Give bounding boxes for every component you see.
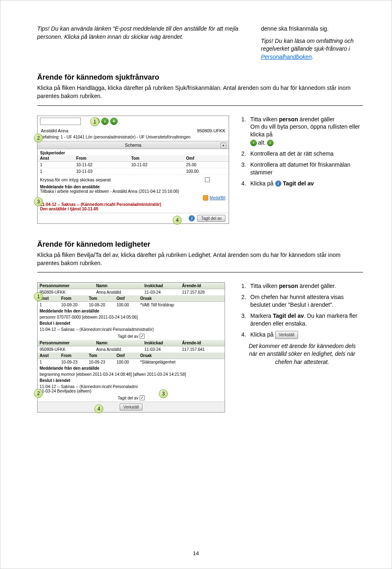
schema-plus-icon[interactable]: + <box>220 143 226 148</box>
tagit-row-2: Tagit del av <box>38 394 225 402</box>
section2-heading: Ärende för kännedom ledigheter <box>37 240 363 249</box>
intro-right-2-suffix: . <box>312 54 314 60</box>
tagit-checkbox-1[interactable] <box>140 334 145 339</box>
th: Inskickad <box>143 340 180 346</box>
beslut-text: 11-04-12 -- Saknas -- (Kännedom:ricahl P… <box>38 326 225 332</box>
section1-steps: Titta vilken person ärendet gäller Om du… <box>241 116 363 224</box>
info-icon: i <box>275 181 281 187</box>
person-select-input[interactable] <box>40 118 81 125</box>
medd-label: Meddelande från den anställde <box>38 308 225 314</box>
table-row[interactable]: 950809-UFKK Anna Anställd 11-03-24 117.1… <box>38 346 225 353</box>
table-row[interactable]: 1 10-11-02 10-11-02 25.00 <box>38 161 229 168</box>
cell: 100.00 <box>116 303 139 307</box>
verkstall-button-inline[interactable]: Verkställ <box>275 331 298 339</box>
step-bold: Tagit del av <box>283 180 314 187</box>
schema-bar: Schema + <box>38 141 229 149</box>
medd-text: personnr 070707-0000 [ebbwen 2011-03-24 … <box>38 314 225 320</box>
step2-2: Om chefen har hunnit attestera visas bes… <box>241 293 363 309</box>
nav-row: ‹ › + <box>38 116 229 127</box>
step-text: Titta vilken <box>250 116 279 123</box>
employee-name: Anställd Anna <box>41 128 68 133</box>
section1-block: 1 2 3 4 ‹ › + Anställd Anna 950809-UFKK … <box>37 116 363 224</box>
marker-4: 4 <box>173 216 182 225</box>
marker-3: 3 <box>34 197 43 206</box>
sjukperioder-label: Sjukperioder <box>38 149 229 155</box>
cell: 10-09-20 <box>89 303 116 307</box>
page-number: 14 <box>0 550 392 556</box>
table-row[interactable]: 950809-UFKK Anna Anställd 11-03-24 117.1… <box>38 289 225 296</box>
tagit-checkbox-2[interactable] <box>140 395 145 400</box>
step-text: Klicka på <box>250 180 275 187</box>
step-text: alt. <box>258 139 266 147</box>
cell: 100.00 <box>116 360 139 364</box>
cell: 1 <box>40 360 60 364</box>
table-row[interactable]: 1 10-09-23 10-09-23 100.00 *Släktangeläg… <box>38 359 225 366</box>
step-4: Klicka på i Tagit del av <box>241 180 363 187</box>
intro-right-2-prefix: Tips! Du kan läsa om omfattning och rege… <box>261 38 354 52</box>
cell: 117.157.641 <box>180 346 225 353</box>
table-row[interactable]: 1 10-11-03 100.00 <box>38 168 229 174</box>
cell: *VAB Tillf föräldrap <box>140 303 174 307</box>
th: Omf <box>116 353 139 358</box>
medd-text: begravning mormor [ebbwen 2011-03-24 14:… <box>38 371 225 377</box>
intyg-checkbox[interactable] <box>205 177 210 182</box>
section2-note: Det kommer ett ärende för kännedom dels … <box>241 342 363 366</box>
tagit-del-av-button[interactable]: Tagit del av <box>197 215 225 222</box>
th-anst: Anst <box>38 155 74 162</box>
step-text: Klicka på <box>250 331 275 338</box>
section1-body: Klicka på fliken Handlägga, klicka däref… <box>37 84 363 100</box>
step-text: Om du vill byta person, öppna rullisten … <box>250 123 360 138</box>
cell: 10-11-02 <box>129 161 184 168</box>
step-bold: person <box>279 283 298 289</box>
intro-right: denne ska friskanmäla sig. Tips! Du kan … <box>261 25 363 61</box>
leave-panel: Personnummer Namn Inskickad Ärende-Id 95… <box>37 282 225 413</box>
section2-block: 1 2 3 4 Personnummer Namn Inskickad Ären… <box>37 282 363 413</box>
th: Ärende-Id <box>180 283 225 289</box>
schema-label: Schema <box>125 143 141 147</box>
step-text: ärendet gäller <box>298 116 335 123</box>
kryss-row: Kryssa för om intyg skickas separat <box>38 175 229 185</box>
red-line-1: 11-04-12 -- Saknas -- (Kännedom:ricahl P… <box>38 202 229 207</box>
cell: Anna Anställd <box>94 289 142 296</box>
cell: Anna Anställd <box>94 346 142 353</box>
meddbil-link[interactable]: Medd/Bil <box>209 196 225 200</box>
section1-panel-wrap: 1 2 3 4 ‹ › + Anställd Anna 950809-UFKK … <box>37 116 229 224</box>
cell: 10-11-03 <box>74 168 129 174</box>
add-icon[interactable]: + <box>110 118 118 125</box>
step-bold: Tagit del av <box>273 312 304 319</box>
cell: 950809-UFKK <box>38 346 94 353</box>
th: Personnummer <box>38 283 94 289</box>
th: Orsak <box>140 296 151 301</box>
tagit-label: Tagit del av <box>118 334 138 339</box>
page: Tips! Du kan använda länken "E-post medd… <box>0 0 392 569</box>
cell: 1 <box>38 161 74 168</box>
th: Namn <box>94 340 142 346</box>
cell: 11-03-24 <box>143 289 180 296</box>
th: From <box>61 353 88 358</box>
cell: 1 <box>40 303 60 307</box>
info-icon[interactable]: i <box>189 215 195 221</box>
step-2: Kontrollera att det är rätt schema <box>241 150 363 158</box>
tagit-row-1: Tagit del av <box>38 332 225 340</box>
cell <box>129 168 184 174</box>
marker-2: 2 <box>34 134 43 143</box>
next-person-icon[interactable]: › <box>101 118 109 125</box>
intro-left-text: Tips! Du kan använda länken "E-post medd… <box>37 25 245 41</box>
section1-heading: Ärende för kännedom sjukfrånvaro <box>37 73 363 82</box>
section2-body: Klicka på fliken Bevilja/Ta del av, klic… <box>37 251 363 267</box>
cell: *Släktangelägenhet <box>140 360 176 364</box>
attachment-icon[interactable] <box>203 195 208 201</box>
verkstall-button-panel[interactable]: Verkställ <box>120 404 143 411</box>
step-text: Markera <box>250 312 273 319</box>
prev-icon: ‹ <box>250 140 257 146</box>
cell: 10-11-02 <box>74 161 129 168</box>
beslut-text-2: 11-04-12 -- Saknas -- (Kännedom:ricahl P… <box>38 384 225 394</box>
th: Anst <box>40 353 60 358</box>
table-row[interactable]: 1 10-09-20 10-09-20 100.00 *VAB Tillf fö… <box>38 302 225 308</box>
sick-table: Anst From Tom Omf 1 10-11-02 10-11-02 25… <box>38 155 229 175</box>
th: Ärende-Id <box>180 340 225 346</box>
beslut-2a: 11-04-12 -- Saknas -- (Kännedom:ricahl P… <box>40 384 138 389</box>
marker-1: 1 <box>90 117 99 126</box>
personalhandboken-link[interactable]: Personalhandboken <box>261 54 312 60</box>
section2-steps: Titta vilken person ärendet gäller. Om c… <box>241 282 363 413</box>
